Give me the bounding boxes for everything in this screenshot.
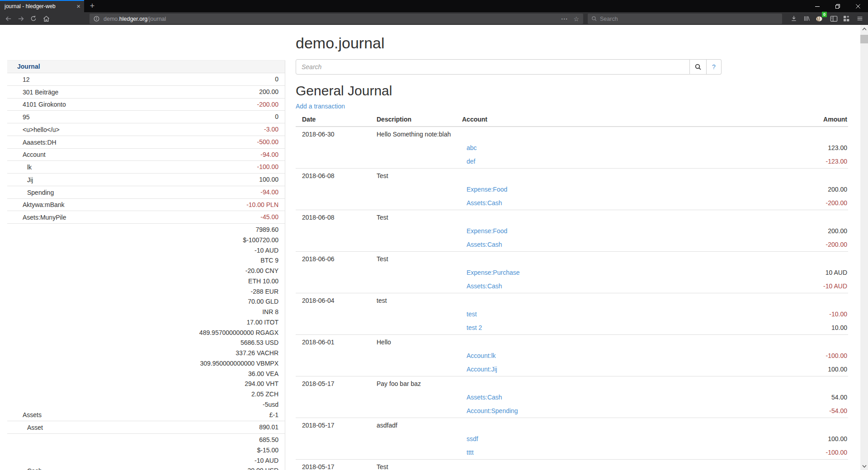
search-submit-button[interactable]: [690, 59, 707, 75]
empty-cell: [296, 183, 377, 196]
sidebar-account-link[interactable]: Spending: [27, 189, 54, 196]
empty-cell: [749, 169, 848, 183]
posting-account-link[interactable]: Expense:Purchase: [467, 269, 520, 276]
empty-cell: [377, 404, 462, 418]
posting-account-link[interactable]: def: [467, 158, 475, 165]
posting-account-link[interactable]: Assets:Cash: [467, 282, 502, 290]
empty-cell: [377, 196, 462, 210]
library-icon[interactable]: [801, 14, 812, 24]
sidebar-account-balance: -10.00 PLN: [120, 198, 285, 211]
home-icon[interactable]: [41, 14, 52, 24]
transaction-date: 2018-06-08: [296, 210, 377, 225]
empty-cell: [296, 224, 377, 238]
balance-amount: 685.50: [120, 435, 278, 445]
browser-tab[interactable]: journal - hledger-web ×: [0, 0, 84, 12]
empty-cell: [749, 335, 848, 349]
sidebar-journal-link[interactable]: Journal: [17, 63, 40, 70]
empty-cell: [296, 196, 377, 210]
sidebar-account-name: Spending: [7, 186, 120, 198]
empty-cell: [377, 446, 462, 460]
search-help-button[interactable]: ?: [707, 59, 722, 75]
tab-title: journal - hledger-web: [5, 3, 74, 9]
forward-icon[interactable]: [15, 14, 26, 24]
transaction-description: Hello: [377, 335, 462, 349]
sidebar-account-link[interactable]: lk: [27, 164, 32, 171]
page-scrollbar[interactable]: [860, 25, 868, 470]
sidebar-account-link[interactable]: 12: [23, 76, 30, 83]
sidebar-account-link[interactable]: <u>hello</u>: [23, 126, 60, 133]
url-bar[interactable]: demo.hledger.org/journal ⋯ ☆: [90, 14, 583, 24]
empty-cell: [377, 321, 462, 335]
posting-account-link[interactable]: ssdf: [467, 435, 478, 442]
empty-cell: [377, 183, 462, 196]
bookmark-star-icon[interactable]: ☆: [573, 15, 579, 23]
posting-account-link[interactable]: tttt: [467, 449, 474, 456]
posting-account-link[interactable]: Expense:Food: [467, 186, 507, 193]
scroll-down-icon[interactable]: [860, 462, 868, 470]
url-subdomain: demo.: [104, 16, 119, 22]
add-transaction-link[interactable]: Add a transaction: [296, 103, 345, 110]
reload-icon[interactable]: [28, 14, 39, 24]
sidebar-account-link[interactable]: 95: [23, 113, 30, 121]
sidebar-account-link[interactable]: Assets: [23, 411, 42, 418]
journal-table: Date Description Account Amount 2018-06-…: [296, 113, 848, 470]
posting-account-link[interactable]: abc: [467, 144, 477, 151]
sidebar-account-link[interactable]: Account: [23, 151, 46, 158]
site-info-icon[interactable]: [93, 15, 100, 22]
sidebar-account-link[interactable]: Aaasets:DH: [23, 139, 57, 146]
sidebar-account-link[interactable]: Asets:MunyPile: [23, 214, 66, 221]
empty-cell: [296, 155, 377, 169]
posting-account-link[interactable]: Assets:Cash: [467, 394, 502, 401]
new-tab-button[interactable]: +: [87, 1, 98, 12]
search-icon: [694, 63, 702, 70]
posting-account-link[interactable]: Expense:Food: [467, 227, 507, 235]
sidebar-account-link[interactable]: Asset: [27, 424, 43, 431]
new-container-grid-icon[interactable]: [841, 14, 852, 24]
sidebar-account-link[interactable]: Cash: [27, 467, 42, 470]
download-icon[interactable]: [788, 14, 799, 24]
sidebar-account-balance: -45.00: [120, 211, 285, 224]
posting-row: Assets:Cash54.00: [296, 390, 848, 404]
journal-search-form: ?: [296, 59, 722, 75]
posting-account-link[interactable]: test 2: [467, 324, 482, 331]
transaction-row: 2018-06-08Test: [296, 210, 848, 225]
extension-badger-icon[interactable]: 0: [814, 14, 825, 24]
sidebar-account-balance: 7989.60$-100720.00-10 AUDBTC 9-20.00 CNY…: [120, 224, 285, 421]
posting-account-link[interactable]: Account:lk: [467, 352, 496, 359]
posting-account-link[interactable]: Assets:Cash: [467, 199, 502, 207]
scrollbar-thumb[interactable]: [860, 35, 868, 43]
balance-amount: -94.00: [120, 150, 278, 160]
posting-account-link[interactable]: Account:Spending: [467, 407, 518, 414]
balance-amount: 17.00 ITOT: [120, 317, 278, 328]
window-restore-icon[interactable]: [827, 0, 848, 12]
posting-amount: 200.00: [749, 183, 848, 196]
balance-amount: -30.00 USD: [120, 465, 278, 470]
chrome-search-bar[interactable]: Search: [588, 14, 782, 24]
sidebar-account-link[interactable]: Aktywa:mBank: [23, 201, 65, 208]
journal-search-input[interactable]: [296, 59, 690, 75]
scroll-up-icon[interactable]: [860, 25, 868, 33]
posting-row: Expense:Food200.00: [296, 224, 848, 238]
tab-close-icon[interactable]: ×: [76, 3, 80, 9]
back-icon[interactable]: [3, 14, 14, 24]
sidebar-account-row: Cash685.50$-15.00-10 AUD-30.00 USD: [7, 434, 285, 470]
sidebar-account-link[interactable]: 4101 Girokonto: [23, 101, 66, 108]
menu-hamburger-icon[interactable]: [854, 14, 865, 24]
balance-amount: -5usd: [120, 400, 278, 410]
empty-cell: [296, 307, 377, 321]
posting-account-link[interactable]: Account:Jij: [467, 366, 497, 373]
page-actions-icon[interactable]: ⋯: [561, 15, 568, 23]
posting-account-link[interactable]: test: [467, 310, 477, 318]
empty-cell: [462, 293, 749, 308]
balance-amount: 70.00 GLD: [120, 296, 278, 307]
window-close-icon[interactable]: [848, 0, 868, 12]
sidebar-toggle-icon[interactable]: [828, 14, 839, 24]
posting-account-link[interactable]: Assets:Cash: [467, 241, 502, 248]
empty-cell: [749, 376, 848, 391]
window-minimize-icon[interactable]: [807, 0, 827, 12]
page-title: demo.journal: [296, 34, 848, 52]
sidebar-account-link[interactable]: Jij: [27, 176, 33, 183]
sidebar-account-row: lk-100.00: [7, 161, 285, 174]
sidebar-account-balance: -3.00: [120, 123, 285, 136]
sidebar-account-link[interactable]: 301 Beiträge: [23, 89, 58, 96]
